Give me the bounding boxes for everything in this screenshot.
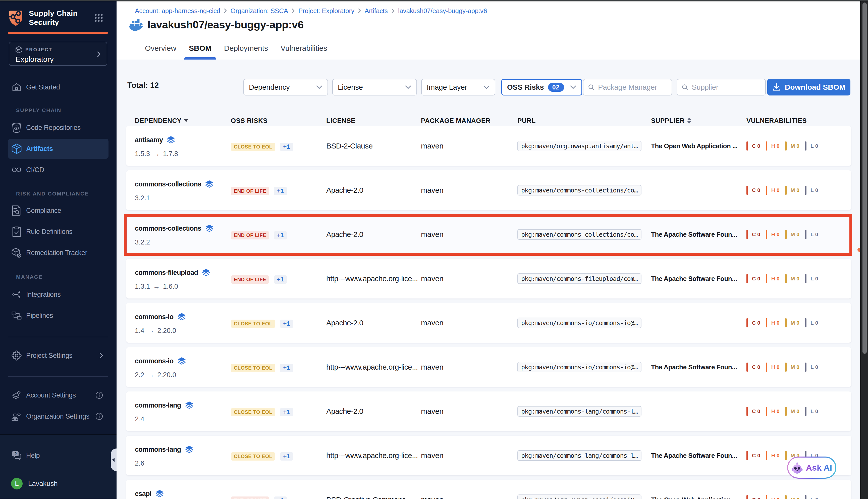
table-row[interactable]: antisamy 1.5.3 → 1.7.8 CLOSE TO EOL +1 B… xyxy=(126,126,852,166)
severity-count: 0 xyxy=(757,497,760,499)
sidebar-item-remediation-tracker[interactable]: Remediation Tracker xyxy=(8,246,109,260)
oss-risk-more-badge[interactable]: +1 xyxy=(274,497,287,499)
filter-dependency[interactable]: Dependency xyxy=(243,79,328,96)
critical-count: C0 xyxy=(746,407,760,416)
sidebar-item-account-settings[interactable]: Account Settings xyxy=(8,388,109,402)
search-package-manager-input[interactable] xyxy=(598,83,667,92)
tab-bar: Overview SBOM Deployments Vulnerabilitie… xyxy=(140,37,335,60)
info-icon[interactable] xyxy=(96,413,103,420)
breadcrumb-project[interactable]: Project: Exploratory xyxy=(298,7,355,15)
layers-icon[interactable] xyxy=(177,357,186,366)
layers-icon[interactable] xyxy=(155,489,164,498)
breadcrumb-artifacts[interactable]: Artifacts xyxy=(365,7,388,15)
purl-value[interactable]: pkg:maven/commons-io/commons-io@… xyxy=(517,318,642,328)
tab-overview[interactable]: Overview xyxy=(140,37,181,60)
filter-license[interactable]: License xyxy=(332,79,417,96)
oss-risk-more-badge[interactable]: +1 xyxy=(280,364,293,372)
table-row[interactable]: commons-fileupload 1.3.1 → 1.6.0 END OF … xyxy=(126,259,852,299)
sidebar-item-rule-definitions[interactable]: Rule Definitions xyxy=(8,224,109,239)
oss-risk-more-badge[interactable]: +1 xyxy=(274,276,287,284)
tab-vulnerabilities[interactable]: Vulnerabilities xyxy=(276,37,332,60)
sidebar-item-project-settings[interactable]: Project Settings xyxy=(8,349,109,363)
table-row[interactable]: commons-io 1.4 → 2.20.0 CLOSE TO EOL +1 … xyxy=(126,303,852,343)
severity-letter: L xyxy=(810,320,814,326)
purl-value[interactable]: pkg:maven/commons-collections/co… xyxy=(517,185,642,195)
sidebar-item-get-started[interactable]: Get Started xyxy=(8,80,109,94)
oss-risk-more-badge[interactable]: +1 xyxy=(274,187,287,195)
purl-value[interactable]: pkg:maven/commons-fileupload/com… xyxy=(517,273,642,284)
breadcrumb: Account: app-harness-ng-cicd Organizatio… xyxy=(135,6,487,15)
user-avatar[interactable]: L xyxy=(11,478,23,489)
oss-risk-more-badge[interactable]: +1 xyxy=(274,231,287,240)
severity-count: 0 xyxy=(796,276,799,282)
sidebar-item-artifacts[interactable]: Artifacts xyxy=(8,139,109,159)
breadcrumb-organization[interactable]: Organization: SSCA xyxy=(231,7,288,15)
sidebar-item-code-repositories[interactable]: Code Repositories xyxy=(8,121,109,135)
column-header-dependency[interactable]: DEPENDENCY xyxy=(135,114,188,126)
breadcrumb-current[interactable]: lavakush07/easy-buggy-app:v6 xyxy=(398,7,487,15)
oss-risks-cell: CLOSE TO EOL +1 xyxy=(231,304,293,343)
table-row[interactable]: commons-collections 3.2.1 END OF LIFE +1… xyxy=(126,170,852,210)
oss-risk-more-badge[interactable]: +1 xyxy=(280,452,293,461)
table-row[interactable]: commons-lang 2.6 CLOSE TO EOL +1 http---… xyxy=(126,436,852,475)
purl-value[interactable]: pkg:maven/org.owasp.esapi/esapi@… xyxy=(517,495,642,499)
severity-letter: C xyxy=(752,497,756,499)
dependency-name-row: commons-collections xyxy=(135,180,214,189)
oss-risk-badge: CLOSE TO EOL xyxy=(231,364,275,372)
tab-sbom[interactable]: SBOM xyxy=(184,37,216,60)
download-sbom-button[interactable]: Download SBOM xyxy=(767,79,851,96)
purl-value[interactable]: pkg:maven/commons-collections/co… xyxy=(517,229,642,240)
filter-oss-risks[interactable]: OSS Risks 02 xyxy=(501,79,582,96)
project-name: Exploratory xyxy=(15,55,107,63)
layers-icon[interactable] xyxy=(205,180,214,189)
table-row[interactable]: commons-lang 2.4 CLOSE TO EOL +1 Apache-… xyxy=(126,391,852,431)
layers-icon[interactable] xyxy=(166,136,175,145)
table-row[interactable]: commons-collections 3.2.2 END OF LIFE +1… xyxy=(126,215,852,254)
sidebar-item-integrations[interactable]: Integrations xyxy=(8,288,109,302)
table-row[interactable]: esapi END OF LIFE +1 BSD-Creative Common… xyxy=(126,480,852,499)
purl-value[interactable]: pkg:maven/commons-lang/commons-l… xyxy=(517,406,642,417)
sidebar-item-cicd[interactable]: CI/CD xyxy=(8,163,109,177)
info-icon[interactable] xyxy=(96,391,103,399)
project-selector[interactable]: PROJECT Exploratory xyxy=(9,42,107,66)
layers-icon[interactable] xyxy=(205,224,214,233)
app-grid-icon[interactable] xyxy=(95,14,103,22)
app-title-line1: Supply Chain xyxy=(29,9,78,18)
sidebar-item-compliance[interactable]: Compliance xyxy=(8,204,109,218)
tab-deployments[interactable]: Deployments xyxy=(220,37,273,60)
severity-count: 0 xyxy=(815,497,818,499)
layers-icon[interactable] xyxy=(177,313,186,321)
sidebar-item-pipelines[interactable]: Pipelines xyxy=(8,308,109,322)
high-bar-icon xyxy=(766,407,767,416)
layers-icon[interactable] xyxy=(185,401,194,410)
window-scrollbar[interactable] xyxy=(860,0,868,499)
column-header-supplier[interactable]: SUPPLIER xyxy=(651,114,691,126)
layers-icon[interactable] xyxy=(202,268,210,277)
scrollbar-thumb[interactable] xyxy=(863,2,867,354)
filter-image-layer[interactable]: Image Layer xyxy=(421,79,495,96)
user-name: Lavakush xyxy=(28,480,58,488)
breadcrumb-account[interactable]: Account: app-harness-ng-cicd xyxy=(135,7,220,15)
purl-value[interactable]: pkg:maven/commons-io/commons-io@… xyxy=(517,362,642,373)
tab-label: Overview xyxy=(145,44,176,52)
search-supplier-input[interactable] xyxy=(692,83,761,92)
oss-risk-more-badge[interactable]: +1 xyxy=(280,320,293,328)
dependency-cell: esapi xyxy=(135,480,230,499)
sidebar-item-organization-settings[interactable]: Organization Settings xyxy=(8,409,109,423)
purl-value[interactable]: pkg:maven/org.owasp.antisamy/ant… xyxy=(517,141,642,151)
severity-count: 0 xyxy=(757,452,760,459)
table-row[interactable]: commons-io 2.2 → 2.20.0 CLOSE TO EOL +1 … xyxy=(126,347,852,387)
ask-ai-button[interactable]: Ask AI xyxy=(787,457,836,479)
severity-letter: M xyxy=(791,143,795,149)
sidebar-item-help[interactable]: ? Help xyxy=(8,449,109,463)
sidebar-item-label: Get Started xyxy=(26,83,60,91)
oss-risk-more-badge[interactable]: +1 xyxy=(280,408,293,416)
package-manager-cell: maven xyxy=(421,170,514,210)
sidebar-collapse-button[interactable] xyxy=(111,449,116,471)
sidebar-user[interactable]: L Lavakush xyxy=(8,477,109,491)
oss-risk-more-badge[interactable]: +1 xyxy=(280,143,293,151)
active-tab-underline xyxy=(184,57,216,60)
layers-icon[interactable] xyxy=(185,445,194,454)
purl-value[interactable]: pkg:maven/commons-lang/commons-l… xyxy=(517,450,642,461)
app-logo[interactable]: Supply Chain Security xyxy=(8,9,109,27)
